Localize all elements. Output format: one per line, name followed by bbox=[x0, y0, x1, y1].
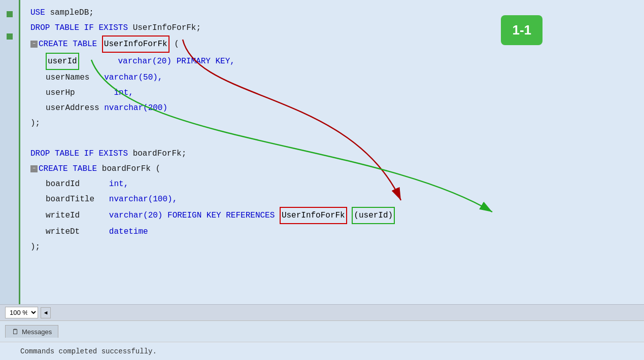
code-line-6: userHp int, bbox=[30, 85, 634, 100]
keyword-datetime: datetime bbox=[80, 224, 148, 239]
code-line-12: boardId int, bbox=[30, 176, 634, 192]
keyword-create1: CREATE TABLE bbox=[39, 37, 102, 52]
code-line-3: − CREATE TABLE UserInfoForFk ( bbox=[30, 35, 634, 53]
gutter-marker-1 bbox=[7, 11, 13, 17]
text-userid-type bbox=[79, 54, 118, 69]
code-line-15: writeDt datetime bbox=[30, 224, 634, 239]
text-userhp: userHp bbox=[46, 85, 75, 100]
code-line-5: userNames varchar(50), bbox=[30, 70, 634, 85]
zoom-select[interactable]: 100 % bbox=[5, 307, 38, 318]
code-line-13: boardTitle nvarchar(100), bbox=[30, 192, 634, 207]
zoom-arrow-icon: ◀ bbox=[44, 309, 48, 316]
text-useraddress: userAddress bbox=[46, 100, 99, 116]
keyword-drop2: DROP TABLE IF EXISTS bbox=[30, 146, 133, 161]
keyword-varchar2: varchar(50), bbox=[89, 70, 162, 85]
text-userinfoforfk-drop: UserInfoForFk; bbox=[133, 20, 201, 35]
text-boardforfk-table: boardForFk ( bbox=[102, 161, 160, 176]
highlight-userinfoforfk-table: UserInfoForFk bbox=[102, 35, 170, 53]
code-line-16: ); bbox=[30, 239, 634, 255]
code-line-4: userId varchar(20) PRIMARY KEY, bbox=[30, 53, 634, 70]
collapse-icon-2[interactable]: − bbox=[30, 165, 38, 172]
highlight-userid-field: userId bbox=[46, 53, 79, 70]
keyword-create2: CREATE TABLE bbox=[39, 161, 102, 176]
keyword-nvarchar2: nvarchar(100), bbox=[94, 192, 177, 207]
messages-tab[interactable]: 🗒 Messages bbox=[5, 325, 58, 338]
messages-label: Messages bbox=[22, 328, 52, 336]
messages-bar: 🗒 Messages bbox=[0, 320, 644, 342]
code-line-8: ); bbox=[30, 116, 634, 131]
keyword-drop1: DROP TABLE IF EXISTS bbox=[30, 20, 133, 35]
text-sampledb: sampleDB; bbox=[45, 5, 94, 20]
code-line-9 bbox=[30, 131, 634, 146]
collapse-icon-1[interactable]: − bbox=[30, 41, 38, 48]
text-boardforfk-drop: boardForFk; bbox=[133, 146, 187, 161]
text-boardtitle: boardTitle bbox=[46, 192, 94, 207]
text-paren1: ( bbox=[170, 37, 179, 52]
code-line-7: userAddress nvarchar(200) bbox=[30, 100, 634, 116]
code-line-1: USE sampleDB; bbox=[30, 5, 634, 20]
code-content: USE sampleDB; DROP TABLE IF EXISTS UserI… bbox=[20, 0, 644, 304]
keyword-nvarchar1: nvarchar(200) bbox=[99, 100, 167, 116]
text-writedt: writeDt bbox=[46, 224, 80, 239]
messages-icon: 🗒 bbox=[12, 328, 19, 336]
text-usernames: userNames bbox=[46, 70, 89, 85]
keyword-use: USE bbox=[30, 5, 45, 20]
status-bar: 100 % ◀ bbox=[0, 304, 644, 320]
success-text: Commands completed successfully. bbox=[20, 347, 157, 355]
text-boardid: boardId bbox=[46, 176, 80, 192]
code-line-2: DROP TABLE IF EXISTS UserInfoForFk; bbox=[30, 20, 634, 35]
line-gutter bbox=[0, 0, 20, 304]
text-space-fk bbox=[347, 208, 352, 223]
text-writeid: writeId bbox=[46, 208, 80, 223]
editor-area: USE sampleDB; DROP TABLE IF EXISTS UserI… bbox=[0, 0, 644, 304]
success-bar: Commands completed successfully. bbox=[0, 342, 644, 360]
keyword-int: int, bbox=[75, 85, 133, 100]
code-line-11: − CREATE TABLE boardForFk ( bbox=[30, 161, 634, 176]
text-close2: ); bbox=[30, 239, 40, 255]
badge-1-1: 1-1 bbox=[501, 15, 543, 45]
keyword-varchar-fk: varchar(20) FOREIGN KEY REFERENCES bbox=[80, 208, 280, 223]
keyword-varchar1: varchar(20) PRIMARY KEY, bbox=[118, 54, 234, 69]
code-line-10: DROP TABLE IF EXISTS boardForFk; bbox=[30, 146, 634, 161]
highlight-userinfoforfk-ref: UserInfoForFk bbox=[280, 207, 347, 224]
text-close1: ); bbox=[30, 116, 40, 131]
gutter-marker-2 bbox=[7, 33, 13, 40]
code-line-14: writeId varchar(20) FOREIGN KEY REFERENC… bbox=[30, 207, 634, 224]
highlight-userid-ref: (userId) bbox=[352, 207, 395, 224]
keyword-int2: int, bbox=[80, 176, 128, 192]
zoom-arrow[interactable]: ◀ bbox=[41, 307, 51, 318]
